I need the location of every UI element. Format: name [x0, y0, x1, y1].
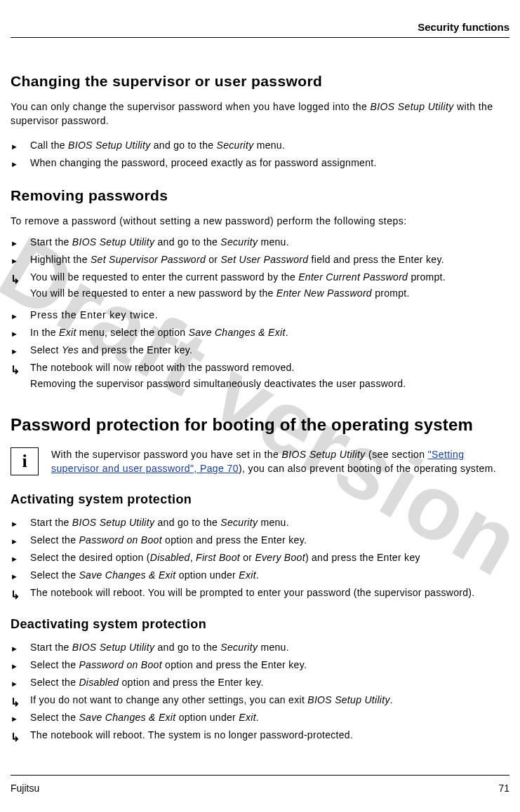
step-item: Press the Enter key twice.	[11, 308, 509, 323]
action-marker-icon	[11, 677, 25, 691]
result-marker-icon	[11, 587, 25, 604]
step-item: Select the desired option (Disabled, Fir…	[11, 550, 509, 565]
text-italic: Save Changes & Exit	[79, 712, 175, 723]
text: prompt.	[372, 287, 410, 299]
action-marker-icon	[11, 254, 25, 269]
text: Select the	[30, 677, 79, 688]
removing-intro: To remove a password (without setting a …	[11, 214, 509, 228]
step-item: Select the Save Changes & Exit option un…	[11, 568, 509, 583]
text: option under	[175, 712, 239, 723]
step-item: In the Exit menu, select the option Save…	[11, 325, 509, 340]
result-item: The notebook will reboot. You will be pr…	[11, 586, 509, 600]
footer-brand: Fujitsu	[11, 783, 39, 794]
text: and press the Enter key.	[79, 344, 192, 356]
text: Press the Enter key twice.	[30, 308, 509, 323]
text-italic: First Boot	[196, 552, 240, 563]
text-italic: Security	[220, 236, 258, 248]
info-box: i With the supervisor password you have …	[11, 447, 509, 476]
text: or	[206, 254, 220, 265]
text: ), you can also prevent booting of the o…	[239, 463, 496, 474]
text: .	[286, 327, 288, 338]
changing-intro: You can only change the supervisor passw…	[11, 100, 509, 128]
text-italic: Yes	[62, 344, 79, 356]
action-marker-icon	[11, 534, 25, 549]
action-marker-icon	[11, 140, 25, 154]
action-marker-icon	[11, 552, 25, 567]
text-italic: Save Changes & Exit	[79, 569, 175, 581]
action-marker-icon	[11, 327, 25, 341]
text-italic: Password on Boot	[79, 659, 161, 670]
text-italic: Disabled	[79, 677, 119, 688]
text: option under	[175, 569, 239, 581]
result-item: The notebook will now reboot with the pa…	[11, 360, 509, 391]
text: Start the	[30, 236, 72, 248]
text-italic: Save Changes & Exit	[189, 327, 286, 338]
step-item: Select the Disabled option and press the…	[11, 675, 509, 690]
text: option and press the Enter key.	[162, 534, 307, 546]
text: and go to the	[151, 140, 217, 151]
text: and go to the	[154, 642, 220, 653]
text: menu.	[254, 140, 286, 151]
text: In the	[30, 327, 59, 338]
text: The notebook will reboot. The system is …	[30, 728, 509, 743]
text-italic: BIOS Setup Utility	[68, 140, 150, 151]
step-item: Call the BIOS Setup Utility and go to th…	[11, 138, 509, 153]
result-marker-icon	[11, 729, 25, 746]
info-text: With the supervisor password you have se…	[51, 447, 509, 476]
text: .	[256, 712, 259, 723]
text: Highlight the	[30, 254, 91, 265]
running-header: Security functions	[11, 21, 509, 37]
action-marker-icon	[11, 569, 25, 584]
action-marker-icon	[11, 659, 25, 674]
action-marker-icon	[11, 157, 25, 172]
text: option and press the Enter key.	[162, 659, 307, 670]
heading-activating: Activating system protection	[11, 492, 509, 507]
text-italic: Enter New Password	[276, 287, 372, 299]
text: Select	[30, 344, 62, 356]
header-rule	[11, 37, 509, 38]
text: menu, select the option	[76, 327, 189, 338]
text: or	[240, 552, 255, 563]
text: .	[390, 694, 393, 705]
text-italic: Password on Boot	[79, 534, 161, 546]
step-item: Select the Password on Boot option and p…	[11, 658, 509, 672]
heading-removing: Removing passwords	[11, 187, 509, 204]
heading-changing: Changing the supervisor or user password	[11, 73, 509, 90]
text: When changing the password, proceed exac…	[30, 156, 509, 170]
text-italic: Every Boot	[255, 552, 305, 563]
text: Select the desired option (	[30, 552, 150, 563]
text-italic: BIOS Setup Utility	[370, 101, 453, 112]
action-marker-icon	[11, 309, 25, 324]
text: menu.	[258, 517, 289, 528]
text-italic: Exit	[239, 569, 256, 581]
step-item: Select the Save Changes & Exit option un…	[11, 710, 509, 725]
action-marker-icon	[11, 642, 25, 656]
text: Removing the supervisor password simulta…	[30, 377, 509, 391]
result-item: If you do not want to change any other s…	[11, 693, 509, 708]
text: and go to the	[154, 517, 220, 528]
text: You will be requested to enter the curre…	[30, 271, 298, 283]
text: Select the	[30, 534, 79, 546]
heading-deactivating: Deactivating system protection	[11, 617, 509, 632]
text-italic: Security	[220, 517, 258, 528]
action-marker-icon	[11, 517, 25, 532]
text-italic: BIOS Setup Utility	[307, 694, 389, 705]
action-marker-icon	[11, 712, 25, 726]
text: You will be requested to enter a new pas…	[30, 287, 276, 299]
text-italic: Exit	[59, 327, 76, 338]
text: ,	[190, 552, 196, 563]
action-marker-icon	[11, 344, 25, 359]
text-italic: BIOS Setup Utility	[72, 642, 154, 653]
text: With the supervisor password you have se…	[51, 449, 282, 460]
text-italic: Exit	[239, 712, 256, 723]
text: Select the	[30, 569, 79, 581]
text-italic: BIOS Setup Utility	[282, 449, 366, 460]
text: prompt.	[408, 271, 446, 283]
text-italic: Set User Password	[220, 254, 308, 265]
result-item: You will be requested to enter the curre…	[11, 270, 509, 301]
text: and go to the	[154, 236, 220, 248]
text: Select the	[30, 659, 79, 670]
step-item: Highlight the Set Supervisor Password or…	[11, 252, 509, 267]
text-italic: Enter Current Password	[298, 271, 408, 283]
text: ) and press the Enter key	[305, 552, 420, 563]
